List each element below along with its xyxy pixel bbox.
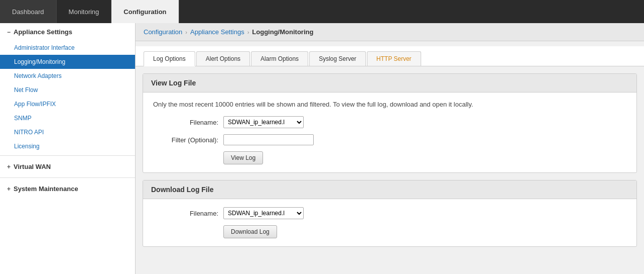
top-nav: Dashboard Monitoring Configuration [0,0,644,23]
expand-icon-system-maintenance: + [7,186,11,193]
view-log-filter-row: Filter (Optional): [153,134,626,145]
view-log-file-header: View Log File [143,74,636,93]
expand-icon-virtual-wan: + [7,163,11,170]
sidebar: − Appliance Settings Administrator Inter… [0,23,136,274]
view-log-button[interactable]: View Log [223,151,263,164]
tabs-bar: Log Options Alert Options Alarm Options … [136,46,644,66]
breadcrumb-sep-1: › [185,29,187,35]
view-log-filename-row: Filename: SDWAN_ip_learned.l [153,116,626,128]
breadcrumb: Configuration › Appliance Settings › Log… [136,23,644,41]
sidebar-item-app-flow-ipfix[interactable]: App Flow/IPFIX [0,97,135,111]
sidebar-item-licensing[interactable]: Licensing [0,139,135,153]
sidebar-divider-1 [0,155,135,156]
nav-dashboard[interactable]: Dashboard [0,0,57,23]
view-log-filter-label: Filter (Optional): [153,136,218,144]
tab-log-options[interactable]: Log Options [144,51,195,66]
download-log-button[interactable]: Download Log [223,225,277,238]
breadcrumb-current: Logging/Monitoring [252,28,313,36]
download-log-filename-row: Filename: SDWAN_ip_learned.l [153,207,626,219]
sidebar-item-logging-monitoring[interactable]: Logging/Monitoring [0,55,135,69]
view-log-file-body: Only the most recent 10000 entries will … [143,93,636,172]
view-log-filename-label: Filename: [153,119,218,126]
download-log-filename-select[interactable]: SDWAN_ip_learned.l [223,207,304,219]
sidebar-group-appliance-settings[interactable]: − Appliance Settings [0,23,135,41]
sidebar-item-nitro-api[interactable]: NITRO API [0,125,135,139]
sidebar-item-snmp[interactable]: SNMP [0,111,135,125]
view-log-filename-select[interactable]: SDWAN_ip_learned.l [223,116,304,128]
tab-http-server[interactable]: HTTP Server [367,51,421,66]
view-log-filter-input[interactable] [223,134,314,145]
sidebar-group-label-virtual-wan: Virtual WAN [14,163,51,170]
sidebar-group-system-maintenance[interactable]: + System Maintenance [0,180,135,198]
view-log-file-panel: View Log File Only the most recent 10000… [143,73,637,173]
sidebar-item-net-flow[interactable]: Net Flow [0,83,135,97]
sidebar-divider-2 [0,177,135,178]
nav-monitoring[interactable]: Monitoring [57,0,112,23]
download-log-file-header: Download Log File [143,180,636,199]
tab-syslog-server[interactable]: Syslog Server [309,51,366,66]
download-log-file-panel: Download Log File Filename: SDWAN_ip_lea… [143,180,637,247]
view-log-button-row: View Log [223,151,626,164]
main-layout: − Appliance Settings Administrator Inter… [0,23,644,274]
sidebar-item-administrator-interface[interactable]: Administrator Interface [0,41,135,55]
breadcrumb-appliance-settings[interactable]: Appliance Settings [190,28,244,36]
download-log-file-body: Filename: SDWAN_ip_learned.l Download Lo… [143,199,636,246]
tab-alarm-options[interactable]: Alarm Options [251,51,308,66]
tab-alert-options[interactable]: Alert Options [196,51,250,66]
sidebar-item-network-adapters[interactable]: Network Adapters [0,69,135,83]
breadcrumb-configuration[interactable]: Configuration [144,28,182,36]
sidebar-group-virtual-wan[interactable]: + Virtual WAN [0,158,135,175]
collapse-icon: − [7,29,11,36]
sidebar-group-label-system-maintenance: System Maintenance [14,185,78,193]
view-log-info-text: Only the most recent 10000 entries will … [153,101,626,108]
breadcrumb-sep-2: › [247,29,249,35]
download-log-filename-label: Filename: [153,210,218,217]
main-content: Configuration › Appliance Settings › Log… [136,23,644,274]
sidebar-group-label-appliance: Appliance Settings [14,28,72,36]
sidebar-group-appliance-items: Administrator Interface Logging/Monitori… [0,41,135,153]
download-log-button-row: Download Log [223,225,626,238]
nav-configuration[interactable]: Configuration [111,0,179,23]
